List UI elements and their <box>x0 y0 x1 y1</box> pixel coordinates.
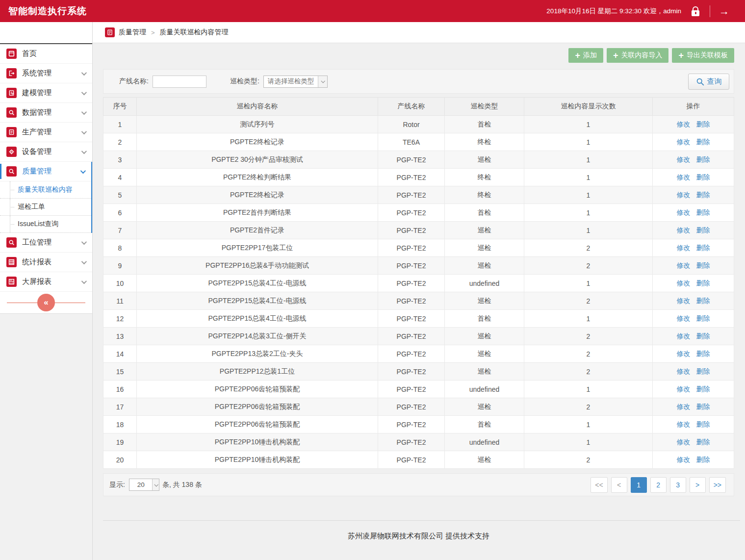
modify-link[interactable]: 修改 <box>677 261 691 269</box>
cell-name: PGPTE2终检记录 <box>137 186 378 204</box>
delete-link[interactable]: 删除 <box>696 297 710 305</box>
delete-link[interactable]: 删除 <box>696 191 710 199</box>
cell-type: 巡检 <box>445 398 524 416</box>
cell-actions: 修改删除 <box>653 345 734 363</box>
modify-link[interactable]: 修改 <box>677 438 691 446</box>
delete-link[interactable]: 删除 <box>696 226 710 234</box>
modify-link[interactable]: 修改 <box>677 191 691 199</box>
delete-link[interactable]: 删除 <box>696 350 710 357</box>
modify-link[interactable]: 修改 <box>677 279 691 287</box>
search-button[interactable]: 查询 <box>688 74 729 90</box>
delete-link[interactable]: 删除 <box>696 279 710 287</box>
cell-name: PGPTE2PP15总装4工位-电源线 <box>137 275 378 292</box>
sidebar-subitem[interactable]: 质量关联巡检内容 <box>0 181 91 199</box>
delete-link[interactable]: 删除 <box>696 120 710 128</box>
delete-link[interactable]: 删除 <box>696 155 710 163</box>
sidebar-item-equipment[interactable]: 设备管理 <box>0 142 92 162</box>
delete-link[interactable]: 删除 <box>696 420 710 428</box>
delete-link[interactable]: 删除 <box>696 244 710 252</box>
sidebar-subitem-label: 巡检工单 <box>18 203 45 211</box>
page-button-current[interactable]: 1 <box>631 477 647 493</box>
line-name-input[interactable] <box>153 76 206 88</box>
modify-link[interactable]: 修改 <box>677 138 691 146</box>
table-row: 10 PGPTE2PP15总装4工位-电源线 PGP-TE2 undefined… <box>103 275 734 292</box>
delete-link[interactable]: 删除 <box>696 367 710 375</box>
modify-link[interactable]: 修改 <box>677 226 691 234</box>
toolbar-button-0[interactable]: 添加 <box>568 48 603 63</box>
page-buttons: <<<123>>> <box>591 477 726 493</box>
modify-link[interactable]: 修改 <box>677 297 691 305</box>
page-size-select[interactable]: 20 <box>129 479 159 491</box>
sidebar-item-station[interactable]: 工位管理 <box>0 233 92 253</box>
modify-link[interactable]: 修改 <box>677 314 691 322</box>
logout-arrow-icon[interactable]: → <box>719 6 731 16</box>
sidebar-subitem[interactable]: 巡检工单 <box>0 199 91 216</box>
sidebar-item-report[interactable]: 统计报表 <box>0 253 92 272</box>
sidebar-item-data[interactable]: 数据管理 <box>0 103 92 123</box>
delete-link[interactable]: 删除 <box>696 438 710 446</box>
system-icon <box>6 68 17 78</box>
sidebar-item-bigscreen[interactable]: 大屏报表 <box>0 272 92 292</box>
modify-link[interactable]: 修改 <box>677 385 691 393</box>
modify-link[interactable]: 修改 <box>677 155 691 163</box>
sidebar-item-home[interactable]: 首页 <box>0 44 92 64</box>
select-arrow-box <box>152 479 158 490</box>
cell-no: 3 <box>103 151 137 169</box>
delete-link[interactable]: 删除 <box>696 138 710 146</box>
app-title: 智能制造执行系统 <box>0 5 87 18</box>
sidebar-collapse-button[interactable]: « <box>37 294 55 311</box>
page-button[interactable]: << <box>591 477 607 493</box>
delete-link[interactable]: 删除 <box>696 403 710 410</box>
cell-line: PGP-TE2 <box>378 451 445 469</box>
sidebar-subitem[interactable]: IssueList查询 <box>0 216 91 233</box>
cell-no: 17 <box>103 398 137 416</box>
inspect-type-select[interactable]: 请选择巡检类型 <box>263 76 328 88</box>
page-button[interactable]: 2 <box>650 477 667 493</box>
toolbar-button-2[interactable]: 导出关联模板 <box>672 48 734 63</box>
modify-link[interactable]: 修改 <box>677 350 691 357</box>
sidebar-item-quality[interactable]: 质量管理 <box>0 162 91 181</box>
modify-link[interactable]: 修改 <box>677 120 691 128</box>
cell-name: PGPTE2PP10锤击机构装配 <box>137 433 378 451</box>
modify-link[interactable]: 修改 <box>677 208 691 216</box>
cell-count: 1 <box>524 381 653 398</box>
sidebar-item-label: 系统管理 <box>22 69 51 78</box>
toolbar-button-1[interactable]: 关联内容导入 <box>607 48 669 63</box>
chevron-down-icon <box>81 148 87 153</box>
total-count-text: 条, 共 138 条 <box>162 481 202 489</box>
delete-link[interactable]: 删除 <box>696 208 710 216</box>
cell-type: 首检 <box>445 416 524 433</box>
delete-link[interactable]: 删除 <box>696 332 710 340</box>
modify-link[interactable]: 修改 <box>677 173 691 181</box>
sidebar-item-modeling[interactable]: 建模管理 <box>0 83 92 103</box>
lock-icon[interactable] <box>690 6 701 17</box>
modify-link[interactable]: 修改 <box>677 420 691 428</box>
chevron-down-icon <box>81 70 87 75</box>
modify-link[interactable]: 修改 <box>677 456 691 463</box>
modify-link[interactable]: 修改 <box>677 244 691 252</box>
delete-link[interactable]: 删除 <box>696 314 710 322</box>
delete-link[interactable]: 删除 <box>696 385 710 393</box>
sidebar-item-system[interactable]: 系统管理 <box>0 64 92 83</box>
breadcrumb-section[interactable]: 质量管理 <box>119 28 146 37</box>
delete-link[interactable]: 删除 <box>696 261 710 269</box>
page-button[interactable]: > <box>690 477 706 493</box>
modify-link[interactable]: 修改 <box>677 332 691 340</box>
topbar-divider <box>710 5 710 17</box>
modify-link[interactable]: 修改 <box>677 367 691 375</box>
cell-actions: 修改删除 <box>653 381 734 398</box>
station-icon <box>6 237 17 248</box>
sidebar-item-production[interactable]: 生产管理 <box>0 123 92 142</box>
plus-icon <box>575 51 580 60</box>
page-button[interactable]: >> <box>709 477 726 493</box>
delete-link[interactable]: 删除 <box>696 456 710 463</box>
cell-no: 12 <box>103 310 137 328</box>
page-button[interactable]: < <box>611 477 627 493</box>
modify-link[interactable]: 修改 <box>677 403 691 410</box>
column-header: 巡检类型 <box>445 98 524 116</box>
page-button[interactable]: 3 <box>670 477 686 493</box>
delete-link[interactable]: 删除 <box>696 173 710 181</box>
cell-type: 首检 <box>445 204 524 222</box>
cell-actions: 修改删除 <box>653 310 734 328</box>
cell-count: 2 <box>524 451 653 469</box>
